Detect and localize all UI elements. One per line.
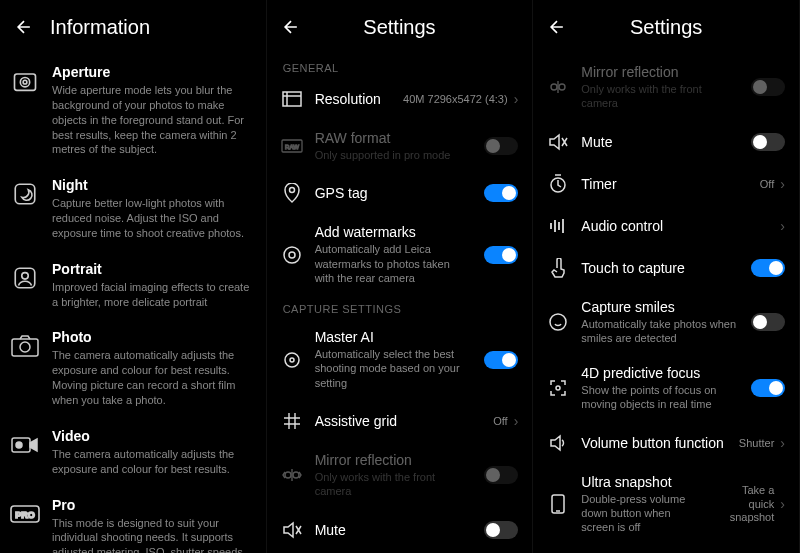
svg-point-15 — [289, 188, 294, 193]
row-sub: Automatically select the best shooting m… — [315, 347, 473, 390]
header: Settings — [267, 0, 533, 54]
row-mirror: Mirror reflection Only works with the fr… — [533, 54, 799, 121]
pro-icon: PRO — [10, 499, 40, 529]
row-master-ai[interactable]: Master AI Automatically select the best … — [267, 319, 533, 400]
resolution-icon — [281, 88, 303, 110]
row-title: Mirror reflection — [581, 64, 739, 80]
toggle[interactable] — [484, 521, 518, 539]
toggle[interactable] — [751, 379, 785, 397]
row-value: Take a quick snapshot — [715, 484, 774, 524]
mirror-icon — [547, 76, 569, 98]
smile-icon — [547, 311, 569, 333]
settings-panel-2: Settings Mirror reflection Only works wi… — [533, 0, 800, 553]
chevron-right-icon: › — [780, 176, 785, 192]
svg-text:RAW: RAW — [285, 144, 299, 150]
timer-icon — [547, 173, 569, 195]
row-sub: Double-press volume down button when scr… — [581, 492, 703, 535]
svg-point-1 — [20, 78, 29, 87]
row-value: Shutter — [739, 437, 774, 449]
svg-point-5 — [22, 272, 29, 279]
row-title: Assistive grid — [315, 413, 482, 429]
row-watermarks[interactable]: Add watermarks Automatically add Leica w… — [267, 214, 533, 295]
row-timer[interactable]: Timer Off› — [533, 163, 799, 205]
row-sub: Automatically take photos when smiles ar… — [581, 317, 739, 346]
info-item-pro[interactable]: PRO Pro This mode is designed to suit yo… — [0, 487, 266, 554]
row-title: GPS tag — [315, 185, 473, 201]
info-desc: Capture better low-light photos with red… — [52, 196, 250, 241]
row-value: Off — [493, 415, 507, 427]
row-audio[interactable]: Audio control › — [533, 205, 799, 247]
svg-rect-12 — [283, 92, 301, 106]
volume-icon — [547, 432, 569, 454]
row-ultra-snapshot[interactable]: Ultra snapshot Double-press volume down … — [533, 464, 799, 545]
location-icon — [281, 182, 303, 204]
row-mute[interactable]: Mute — [267, 509, 533, 551]
header: Information — [0, 0, 266, 54]
info-item-portrait[interactable]: Portrait Improved facial imaging effects… — [0, 251, 266, 320]
row-title: 4D predictive focus — [581, 365, 739, 381]
info-item-aperture[interactable]: Aperture Wide aperture mode lets you blu… — [0, 54, 266, 167]
info-item-night[interactable]: Night Capture better low-light photos wi… — [0, 167, 266, 251]
row-mirror: Mirror reflection Only works with the fr… — [267, 442, 533, 509]
svg-point-20 — [285, 472, 291, 478]
row-4d-focus[interactable]: 4D predictive focus Show the points of f… — [533, 355, 799, 422]
chevron-right-icon: › — [780, 435, 785, 451]
touch-icon — [547, 257, 569, 279]
svg-point-2 — [23, 80, 27, 84]
row-resolution[interactable]: Resolution 40M 7296x5472 (4:3)› — [267, 78, 533, 120]
section-general: GENERAL — [267, 54, 533, 78]
row-title: Timer — [581, 176, 748, 192]
toggle[interactable] — [484, 184, 518, 202]
info-item-photo[interactable]: Photo The camera automatically adjusts t… — [0, 319, 266, 417]
info-title: Photo — [52, 329, 250, 345]
svg-point-17 — [289, 252, 295, 258]
mute-icon — [281, 519, 303, 541]
portrait-icon — [10, 263, 40, 293]
grid-icon — [281, 410, 303, 432]
info-desc: The camera automatically adjusts the exp… — [52, 348, 250, 407]
chevron-right-icon: › — [780, 218, 785, 234]
row-value: Off — [760, 178, 774, 190]
watermark-icon — [281, 244, 303, 266]
svg-point-18 — [285, 353, 299, 367]
toggle[interactable] — [751, 133, 785, 151]
toggle[interactable] — [751, 313, 785, 331]
row-title: Touch to capture — [581, 260, 739, 276]
svg-point-19 — [290, 358, 294, 362]
photo-icon — [10, 331, 40, 361]
back-button[interactable] — [12, 15, 36, 39]
aperture-icon — [10, 66, 40, 96]
raw-icon: RAW — [281, 135, 303, 157]
info-item-video[interactable]: Video The camera automatically adjusts t… — [0, 418, 266, 487]
row-title: RAW format — [315, 130, 473, 146]
row-smiles[interactable]: Capture smiles Automatically take photos… — [533, 289, 799, 356]
info-title: Night — [52, 177, 250, 193]
row-volume-button[interactable]: Volume button function Shutter› — [533, 422, 799, 464]
toggle — [751, 78, 785, 96]
chevron-right-icon: › — [514, 413, 519, 429]
page-title: Settings — [545, 16, 787, 39]
info-desc: The camera automatically adjusts the exp… — [52, 447, 250, 477]
row-title: Mute — [581, 134, 739, 150]
svg-point-26 — [550, 314, 566, 330]
svg-point-9 — [16, 442, 22, 448]
row-gps[interactable]: GPS tag — [267, 172, 533, 214]
row-title: Capture smiles — [581, 299, 739, 315]
toggle[interactable] — [484, 351, 518, 369]
info-desc: Wide aperture mode lets you blur the bac… — [52, 83, 250, 157]
row-grid[interactable]: Assistive grid Off› — [267, 400, 533, 442]
header: Settings — [533, 0, 799, 54]
row-touch-capture[interactable]: Touch to capture — [533, 247, 799, 289]
row-title: Mirror reflection — [315, 452, 473, 468]
info-desc: Improved facial imaging effects to creat… — [52, 280, 250, 310]
mirror-icon — [281, 464, 303, 486]
row-sub: Automatically add Leica watermarks to ph… — [315, 242, 473, 285]
info-title: Pro — [52, 497, 250, 513]
toggle[interactable] — [751, 259, 785, 277]
svg-point-7 — [20, 342, 30, 352]
row-mute[interactable]: Mute — [533, 121, 799, 163]
row-raw: RAW RAW format Only supported in pro mod… — [267, 120, 533, 172]
info-title: Portrait — [52, 261, 250, 277]
toggle[interactable] — [484, 246, 518, 264]
toggle — [484, 466, 518, 484]
